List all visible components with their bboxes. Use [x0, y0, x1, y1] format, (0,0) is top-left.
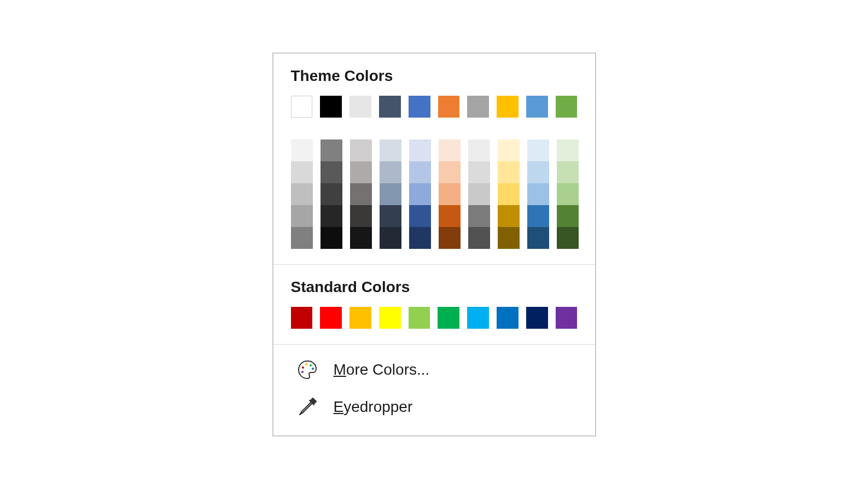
shade-swatch-2-3[interactable] — [350, 205, 372, 227]
palette-icon — [296, 359, 318, 381]
shade-column-3 — [380, 139, 401, 249]
eyedropper-menu-item[interactable]: Eyedropper — [273, 388, 595, 426]
shade-swatch-4-0[interactable] — [409, 139, 431, 161]
shade-column-2 — [350, 139, 372, 249]
shade-swatch-5-4[interactable] — [439, 227, 461, 249]
shade-swatch-4-1[interactable] — [409, 161, 431, 183]
shade-column-8 — [527, 139, 549, 249]
shade-swatch-6-2[interactable] — [468, 183, 490, 205]
shade-swatch-5-3[interactable] — [439, 205, 461, 227]
theme-swatch-1[interactable] — [320, 96, 342, 118]
shade-swatch-7-4[interactable] — [498, 227, 520, 249]
shade-column-7 — [498, 139, 520, 249]
shade-swatch-4-3[interactable] — [409, 205, 431, 227]
theme-colors-row — [291, 96, 578, 118]
shade-swatch-3-1[interactable] — [380, 161, 401, 183]
svg-point-4 — [301, 371, 304, 373]
theme-colors-title: Theme Colors — [291, 67, 578, 85]
shade-swatch-9-2[interactable] — [557, 183, 579, 205]
shade-swatch-8-4[interactable] — [527, 227, 549, 249]
shade-swatch-2-0[interactable] — [350, 139, 372, 161]
shade-swatch-5-0[interactable] — [439, 139, 461, 161]
svg-point-1 — [305, 363, 307, 365]
more-colors-label: More Colors... — [334, 361, 430, 379]
theme-swatch-7[interactable] — [497, 96, 519, 118]
theme-swatch-0[interactable] — [291, 96, 313, 118]
theme-swatch-2[interactable] — [349, 96, 371, 118]
more-colors-menu-item[interactable]: More Colors... — [273, 351, 595, 388]
shade-swatch-0-2[interactable] — [291, 183, 313, 205]
standard-swatch-0[interactable] — [291, 307, 313, 329]
standard-swatch-8[interactable] — [526, 307, 548, 329]
shade-swatch-6-3[interactable] — [468, 205, 490, 227]
svg-point-0 — [302, 366, 304, 369]
shade-swatch-1-0[interactable] — [321, 139, 342, 161]
shade-swatch-6-1[interactable] — [468, 161, 490, 183]
shade-swatch-2-2[interactable] — [350, 183, 372, 205]
standard-swatch-1[interactable] — [320, 307, 342, 329]
shade-swatch-8-2[interactable] — [527, 183, 549, 205]
shade-swatch-9-4[interactable] — [557, 227, 579, 249]
shade-swatch-4-2[interactable] — [409, 183, 431, 205]
color-picker-panel: Theme Colors Standard Colors More Colors… — [272, 53, 596, 436]
theme-swatch-5[interactable] — [438, 96, 460, 118]
shade-column-4 — [409, 139, 431, 249]
shade-swatch-0-0[interactable] — [291, 139, 313, 161]
theme-shades-grid — [291, 139, 578, 249]
theme-colors-section: Theme Colors — [273, 54, 595, 264]
shade-swatch-0-3[interactable] — [291, 205, 313, 227]
standard-swatch-4[interactable] — [409, 307, 430, 329]
shade-column-9 — [557, 139, 579, 249]
shade-swatch-0-1[interactable] — [291, 161, 313, 183]
standard-swatch-9[interactable] — [556, 307, 578, 329]
shade-column-6 — [468, 139, 490, 249]
theme-swatch-6[interactable] — [467, 96, 489, 118]
shade-swatch-9-3[interactable] — [557, 205, 579, 227]
shade-swatch-1-1[interactable] — [321, 161, 342, 183]
shade-swatch-6-0[interactable] — [468, 139, 490, 161]
shade-swatch-2-4[interactable] — [350, 227, 372, 249]
shade-swatch-3-0[interactable] — [380, 139, 401, 161]
standard-colors-title: Standard Colors — [291, 278, 578, 296]
theme-swatch-8[interactable] — [526, 96, 548, 118]
shade-swatch-8-0[interactable] — [527, 139, 549, 161]
shade-swatch-3-3[interactable] — [380, 205, 401, 227]
theme-swatch-3[interactable] — [379, 96, 401, 118]
shade-swatch-6-4[interactable] — [468, 227, 490, 249]
shade-swatch-0-4[interactable] — [291, 227, 313, 249]
shade-swatch-5-1[interactable] — [439, 161, 461, 183]
theme-swatch-9[interactable] — [556, 96, 578, 118]
shade-swatch-1-2[interactable] — [321, 183, 342, 205]
shade-swatch-4-4[interactable] — [409, 227, 431, 249]
menu-section: More Colors... Eyedropper — [273, 345, 595, 435]
shade-swatch-7-1[interactable] — [498, 161, 520, 183]
shade-swatch-3-2[interactable] — [380, 183, 401, 205]
standard-swatch-6[interactable] — [467, 307, 489, 329]
svg-point-2 — [310, 364, 312, 366]
shade-swatch-8-1[interactable] — [527, 161, 549, 183]
shade-swatch-1-3[interactable] — [321, 205, 342, 227]
standard-swatch-3[interactable] — [379, 307, 401, 329]
theme-swatch-4[interactable] — [409, 96, 430, 118]
shade-swatch-1-4[interactable] — [321, 227, 342, 249]
shade-swatch-7-0[interactable] — [498, 139, 520, 161]
shade-swatch-9-0[interactable] — [557, 139, 579, 161]
shade-column-1 — [321, 139, 342, 249]
svg-point-3 — [312, 368, 314, 370]
standard-swatch-2[interactable] — [349, 307, 371, 329]
shade-swatch-2-1[interactable] — [350, 161, 372, 183]
standard-swatch-5[interactable] — [438, 307, 459, 329]
standard-colors-row — [291, 307, 578, 329]
shade-swatch-5-2[interactable] — [439, 183, 461, 205]
eyedropper-label: Eyedropper — [334, 398, 413, 416]
shade-swatch-3-4[interactable] — [380, 227, 401, 249]
eyedropper-icon — [296, 396, 318, 418]
shade-column-5 — [439, 139, 461, 249]
shade-column-0 — [291, 139, 313, 249]
shade-swatch-9-1[interactable] — [557, 161, 579, 183]
shade-swatch-8-3[interactable] — [527, 205, 549, 227]
standard-swatch-7[interactable] — [497, 307, 519, 329]
shade-swatch-7-2[interactable] — [498, 183, 520, 205]
standard-colors-section: Standard Colors — [273, 265, 595, 344]
shade-swatch-7-3[interactable] — [498, 205, 520, 227]
